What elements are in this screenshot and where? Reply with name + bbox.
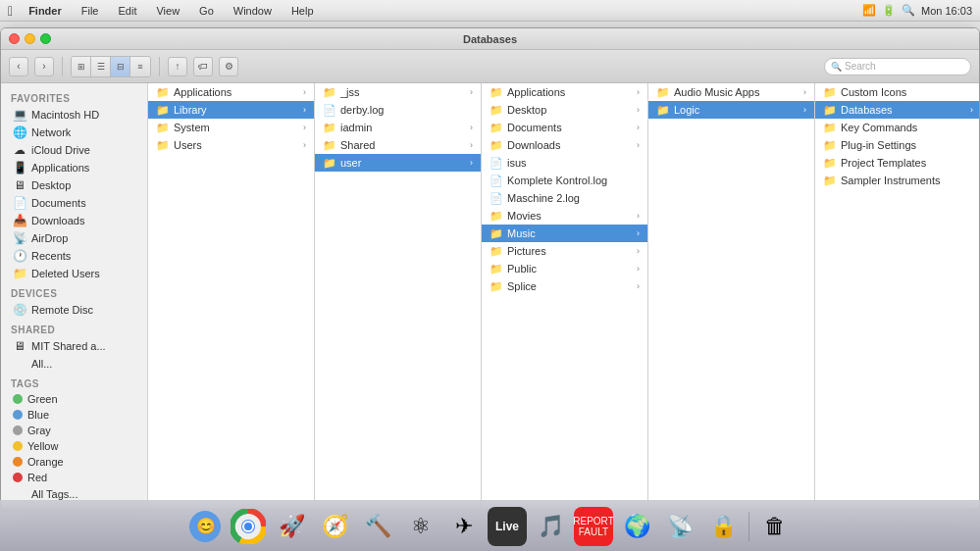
svg-point-5 [244, 523, 252, 530]
action-button[interactable]: ⚙ [219, 57, 238, 76]
col2-derby-log[interactable]: 📄 derby.log [315, 101, 481, 119]
view-icon-mode[interactable]: ⊞ [72, 57, 91, 76]
col3-komplete-log[interactable]: 📄 Komplete Kontrol.log [482, 172, 647, 189]
menu-view[interactable]: View [152, 3, 183, 19]
back-button[interactable]: ‹ [9, 57, 28, 76]
apple-menu[interactable]:  [8, 3, 13, 19]
col3-public[interactable]: 📁 Public › [482, 260, 647, 277]
col1-applications[interactable]: 📁 Applications › [148, 83, 314, 101]
col3-documents[interactable]: 📁 Documents › [482, 119, 647, 136]
col1-system[interactable]: 📁 System › [148, 119, 314, 136]
col5-project-templates[interactable]: 📁 Project Templates [815, 154, 979, 172]
sidebar-item-tag-green[interactable]: Green [5, 391, 143, 407]
dock-launchpad[interactable]: 🚀 [272, 507, 311, 546]
folder-icon: 📁 [823, 121, 837, 134]
col1-users[interactable]: 📁 Users › [148, 136, 314, 154]
sidebar-item-documents[interactable]: 📄 Documents [5, 194, 143, 212]
col5-plugin-settings[interactable]: 📁 Plug-in Settings [815, 136, 979, 154]
sidebar-item-tag-gray[interactable]: Gray [5, 423, 143, 438]
col3-pictures[interactable]: 📁 Pictures › [482, 242, 647, 260]
sidebar-item-applications[interactable]: 📱 Applications [5, 159, 143, 176]
sidebar-item-tag-yellow[interactable]: Yellow [5, 438, 143, 454]
col4-logic[interactable]: 📁 Logic › [648, 101, 814, 119]
col2-user[interactable]: 📁 user › [315, 154, 481, 172]
dock-finder[interactable]: 😊 [185, 507, 225, 546]
dock-safari[interactable]: 🧭 [315, 507, 354, 546]
chevron-right-icon: › [803, 105, 806, 115]
close-button[interactable] [9, 33, 20, 44]
sidebar-label-macintosh-hd: Macintosh HD [31, 109, 99, 121]
dock-tor[interactable]: 🌍 [617, 507, 656, 546]
tag-button[interactable]: 🏷 [193, 57, 213, 76]
sidebar-item-macintosh-hd[interactable]: 💻 Macintosh HD [5, 106, 143, 124]
menu-window[interactable]: Window [230, 3, 276, 19]
dock-vpn[interactable]: 🔒 [703, 507, 743, 546]
menu-edit[interactable]: Edit [114, 3, 140, 19]
title-bar: Databases [1, 28, 979, 50]
chevron-right-icon: › [303, 140, 306, 150]
gray-tag-dot [13, 426, 23, 435]
view-flow-mode[interactable]: ≡ [130, 57, 150, 76]
col3-splice[interactable]: 📁 Splice › [482, 277, 647, 295]
maximize-button[interactable] [40, 33, 51, 44]
col3-downloads[interactable]: 📁 Downloads › [482, 136, 647, 154]
sidebar-item-icloud[interactable]: ☁ iCloud Drive [5, 141, 143, 159]
dock-live[interactable]: Live [488, 507, 527, 546]
sidebar-item-all[interactable]: All... [5, 355, 143, 373]
col4-audio-music-apps[interactable]: 📁 Audio Music Apps › [648, 83, 814, 101]
col1-library[interactable]: 📁 Library › [148, 101, 314, 119]
toolbar-separator-1 [62, 57, 63, 76]
search-box[interactable]: 🔍 Search [824, 58, 971, 75]
menu-file[interactable]: File [77, 3, 103, 19]
col3-movies[interactable]: 📁 Movies › [482, 207, 647, 225]
minimize-button[interactable] [25, 33, 35, 44]
col5-custom-icons[interactable]: 📁 Custom Icons [815, 83, 979, 101]
dock-network-radar[interactable]: 📡 [660, 507, 699, 546]
col2-iadmin[interactable]: 📁 iadmin › [315, 119, 481, 136]
tag-label-red: Red [27, 472, 47, 483]
menubar-time: Mon 16:03 [921, 5, 972, 17]
col5-key-commands[interactable]: 📁 Key Commands [815, 119, 979, 136]
view-list-mode[interactable]: ☰ [91, 57, 111, 76]
sidebar-item-tag-blue[interactable]: Blue [5, 407, 143, 423]
dock-trash[interactable]: 🗑 [755, 507, 795, 546]
col3-isus[interactable]: 📄 isus [482, 154, 647, 172]
dock-airmail[interactable]: ✈ [444, 507, 484, 546]
col3-applications[interactable]: 📁 Applications › [482, 83, 647, 101]
dock-report[interactable]: REPORTFAULT [574, 507, 613, 546]
sidebar-item-downloads[interactable]: 📥 Downloads [5, 212, 143, 229]
share-button[interactable]: ↑ [168, 57, 187, 76]
sidebar-item-mit-shared[interactable]: 🖥 MIT Shared a... [5, 337, 143, 355]
sidebar-item-recents[interactable]: 🕐 Recents [5, 247, 143, 265]
menu-finder[interactable]: Finder [25, 3, 66, 19]
view-column-mode[interactable]: ⊟ [111, 57, 130, 76]
col3-maschine-log[interactable]: 📄 Maschine 2.log [482, 189, 647, 207]
sidebar-item-tag-red[interactable]: Red [5, 470, 143, 485]
sidebar-item-deleted-users[interactable]: 📁 Deleted Users [5, 265, 143, 282]
dock-atom[interactable]: ⚛ [401, 507, 440, 546]
remote-disc-icon: 💿 [13, 303, 26, 317]
sidebar-item-network[interactable]: 🌐 Network [5, 124, 143, 141]
file-icon: 📄 [323, 103, 336, 117]
col3-desktop[interactable]: 📁 Desktop › [482, 101, 647, 119]
sidebar-item-desktop[interactable]: 🖥 Desktop [5, 176, 143, 194]
search-menubar-icon[interactable]: 🔍 [902, 4, 915, 17]
forward-button[interactable]: › [34, 57, 54, 76]
sidebar-item-tag-orange[interactable]: Orange [5, 454, 143, 470]
col2-shared[interactable]: 📁 Shared › [315, 136, 481, 154]
col5-databases[interactable]: 📁 Databases › [815, 101, 979, 119]
sidebar-item-airdrop[interactable]: 📡 AirDrop [5, 229, 143, 247]
col5-sampler-instruments[interactable]: 📁 Sampler Instruments [815, 172, 979, 189]
dock-chrome[interactable] [229, 507, 268, 546]
menu-help[interactable]: Help [287, 3, 318, 19]
col2-jss[interactable]: 📁 _jss › [315, 83, 481, 101]
sidebar-item-remote-disc[interactable]: 💿 Remote Disc [5, 301, 143, 319]
finder-window: Databases ‹ › ⊞ ☰ ⊟ ≡ ↑ 🏷 ⚙ 🔍 Search Fav… [0, 27, 980, 510]
dock-xcode[interactable]: 🔨 [358, 507, 397, 546]
col3-music[interactable]: 📁 Music › [482, 225, 647, 242]
menu-go[interactable]: Go [195, 3, 218, 19]
dock-itunes[interactable]: 🎵 [531, 507, 570, 546]
chevron-right-icon: › [803, 87, 806, 97]
col-item-label: Splice [507, 280, 633, 292]
col-item-label: Downloads [507, 139, 633, 151]
